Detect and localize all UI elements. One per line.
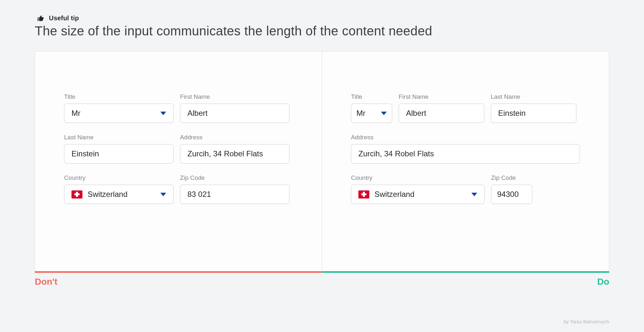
byline: by Taras Bakusevych (564, 319, 609, 324)
field-value: 94300 (497, 190, 526, 199)
field-label: Country (351, 174, 485, 181)
field-label: Country (64, 174, 174, 181)
zip-input[interactable]: 94300 (491, 185, 532, 204)
last-name-field-group: Last Name Einstein (491, 93, 576, 123)
chevron-down-icon (381, 112, 387, 115)
tip-header: Useful tip (36, 14, 609, 22)
country-field-group: Country Switzerland (351, 174, 485, 204)
last-name-input[interactable]: Einstein (491, 104, 576, 123)
field-value: Switzerland (374, 190, 468, 199)
address-field-group: Address Zurcih, 34 Robel Flats (180, 134, 289, 163)
country-field-group: Country Switzerland (64, 174, 174, 204)
field-label: Address (351, 134, 580, 141)
address-input[interactable]: Zurcih, 34 Robel Flats (351, 144, 580, 163)
title-field-group: Title Mr (64, 93, 174, 123)
country-select[interactable]: Switzerland (351, 185, 485, 204)
field-label: Zip Code (180, 174, 289, 181)
dont-label: Don't (35, 277, 57, 287)
dont-pane: Title Mr First Name Albert Last Name (35, 51, 322, 272)
thumbs-up-icon (36, 15, 45, 22)
country-select[interactable]: Switzerland (64, 185, 174, 204)
address-input[interactable]: Zurcih, 34 Robel Flats (180, 144, 289, 163)
chevron-down-icon (160, 112, 166, 115)
field-label: First Name (399, 93, 484, 100)
title-select[interactable]: Mr (64, 104, 174, 123)
chevron-down-icon (471, 193, 477, 196)
field-label: Zip Code (491, 174, 532, 181)
do-pane: Title Mr First Name Albert Last Name Ein (322, 51, 609, 272)
swiss-flag-icon (71, 190, 82, 198)
tip-label: Useful tip (49, 14, 79, 22)
zip-input[interactable]: 83 021 (180, 185, 289, 204)
first-name-input[interactable]: Albert (399, 104, 484, 123)
do-label: Do (597, 277, 609, 287)
field-value: Zurcih, 34 Robel Flats (187, 149, 282, 158)
first-name-input[interactable]: Albert (180, 104, 289, 123)
field-value: Einstein (498, 109, 569, 118)
field-label: Address (180, 134, 289, 141)
field-value: Einstein (71, 149, 166, 158)
field-value: Albert (406, 109, 477, 118)
field-label: Last Name (491, 93, 576, 100)
field-label: Title (351, 93, 392, 100)
field-value: Albert (187, 109, 282, 118)
first-name-field-group: First Name Albert (399, 93, 484, 123)
first-name-field-group: First Name Albert (180, 93, 289, 123)
field-value: Switzerland (88, 190, 156, 199)
field-label: Last Name (64, 134, 174, 141)
swiss-flag-icon (358, 190, 369, 198)
title-field-group: Title Mr (351, 93, 392, 123)
status-labels: Don't Do (35, 277, 609, 287)
field-value: 83 021 (187, 190, 282, 199)
field-label: Title (64, 93, 174, 100)
field-value: Mr (356, 109, 377, 118)
comparison-panes: Title Mr First Name Albert Last Name (35, 51, 609, 272)
title-select[interactable]: Mr (351, 104, 392, 123)
zip-field-group: Zip Code 83 021 (180, 174, 289, 204)
chevron-down-icon (160, 193, 166, 196)
zip-field-group: Zip Code 94300 (491, 174, 532, 204)
last-name-input[interactable]: Einstein (64, 144, 174, 163)
design-tip-card: Useful tip The size of the input communi… (0, 0, 644, 332)
last-name-field-group: Last Name Einstein (64, 134, 174, 163)
field-value: Mr (71, 109, 156, 118)
address-field-group: Address Zurcih, 34 Robel Flats (351, 134, 580, 163)
field-value: Zurcih, 34 Robel Flats (358, 149, 573, 158)
tip-headline: The size of the input communicates the l… (35, 24, 609, 38)
field-label: First Name (180, 93, 289, 100)
